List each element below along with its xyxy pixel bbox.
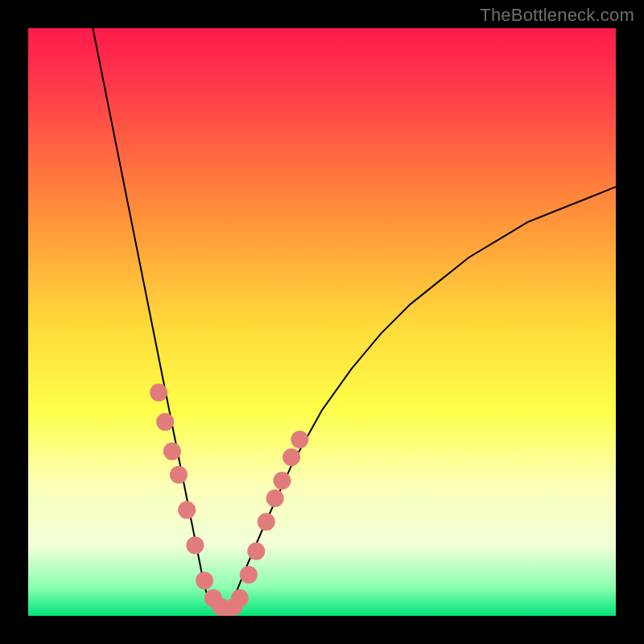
chart-stage: TheBottleneck.com	[0, 0, 644, 644]
watermark-text: TheBottleneck.com	[480, 5, 634, 26]
plot-area	[28, 28, 616, 616]
sample-dot	[150, 384, 167, 402]
sample-dot	[186, 536, 204, 554]
sample-dot	[178, 502, 196, 519]
sample-dot	[247, 543, 265, 560]
sample-dot	[283, 448, 300, 466]
sample-dot	[266, 489, 284, 507]
sample-dot	[156, 413, 174, 431]
gradient-background	[28, 28, 616, 616]
sample-dot	[240, 566, 258, 584]
sample-dot	[291, 431, 308, 448]
sample-dot	[196, 572, 213, 589]
sample-dot	[231, 589, 249, 607]
sample-dot	[170, 466, 188, 484]
sample-dot	[273, 472, 291, 489]
sample-dot	[163, 443, 181, 460]
sample-dot	[258, 513, 275, 530]
plot-svg	[28, 28, 616, 616]
